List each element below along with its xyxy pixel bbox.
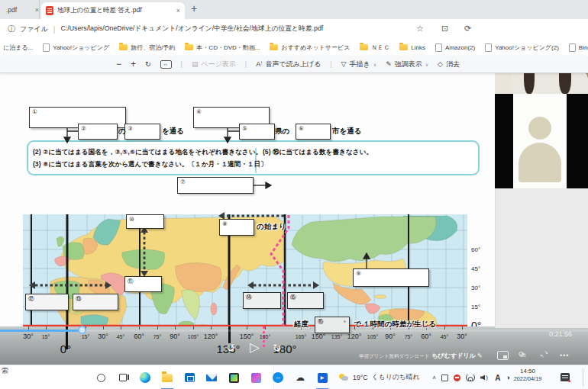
longitude-label: 150°: [312, 333, 326, 340]
mail-icon: [206, 374, 217, 381]
collections-icon[interactable]: ⊡: [441, 24, 448, 34]
taskbar-clock[interactable]: 14:50 2022/04/19: [509, 368, 547, 382]
bookmark-item[interactable]: Yahoo!ショッピング(2): [485, 43, 559, 52]
tray-security-icon[interactable]: [454, 375, 460, 381]
favorite-icon[interactable]: ☆: [416, 24, 424, 34]
bookmark-item[interactable]: Yahoo!ショッピング: [43, 43, 109, 52]
zoom-out-button[interactable]: −: [116, 59, 121, 69]
taskbar-photos[interactable]: [226, 365, 241, 389]
watermark-prefix: 学習プリント無料ダウンロード: [359, 353, 429, 358]
mini-player-icon[interactable]: [497, 351, 509, 360]
longitude-label: 45°: [117, 334, 125, 339]
bookmark-label: おすすめネットサービス: [281, 43, 350, 52]
bookmark-item[interactable]: 旅行、宿泊/予約: [119, 43, 175, 52]
show-desktop-button[interactable]: [583, 368, 583, 387]
zoom-in-button[interactable]: +: [131, 59, 136, 69]
exit-fullscreen-icon[interactable]: ↘↖: [540, 350, 550, 360]
info-icon[interactable]: ⓘ: [8, 24, 15, 34]
bookmark-item[interactable]: Links: [399, 44, 425, 51]
weather-icon: [339, 374, 349, 381]
bookmark-item[interactable]: ＮＥＣ: [360, 43, 389, 52]
tab-title: .pdf: [6, 6, 32, 14]
taskview-icon: [119, 374, 127, 381]
taskbar-movies[interactable]: ▶: [315, 365, 330, 389]
taskbar-cortana[interactable]: [93, 365, 108, 389]
longitude-label: 120°: [347, 333, 362, 340]
taskbar-weather[interactable]: 19°C くもりのち晴れ: [339, 365, 419, 389]
tray-app-icon[interactable]: [441, 375, 448, 381]
longitude-label: 105°: [188, 334, 199, 339]
bookmark-item[interactable]: Amazon(2): [435, 43, 475, 52]
notification-center-icon[interactable]: [561, 373, 570, 381]
player-control-strip: 30°15°15°30°45°60°75°90°105°120°150°165°…: [0, 326, 588, 365]
longitude-label: 120°: [204, 333, 218, 340]
draw-label: 手描き: [350, 59, 370, 69]
taskbar-edge[interactable]: [137, 365, 153, 389]
taskbar-taskview[interactable]: [115, 365, 131, 389]
taskbar-teamviewer[interactable]: ↔: [270, 365, 286, 389]
tab-close-icon[interactable]: ×: [35, 6, 39, 14]
taskbar-explorer[interactable]: [160, 365, 175, 389]
ime-indicator[interactable]: A: [495, 374, 500, 382]
hidden-icons-chevron[interactable]: ∧: [432, 375, 436, 381]
screen: (2) ②に当てはまる国名を，③,⑤,⑥に当てはまる地名をそれぞれ書きなさい。 …: [0, 0, 588, 389]
draw-button[interactable]: ▽手描き∨: [341, 59, 377, 69]
taskbar-paint[interactable]: [248, 365, 263, 389]
tab-inactive[interactable]: .pdf ×: [0, 0, 40, 19]
movies-icon: ▶: [318, 373, 328, 383]
elapsed-time: 0:21:56: [549, 330, 572, 338]
longitude-label: 30°: [98, 333, 108, 340]
tab-close-icon[interactable]: ×: [176, 7, 180, 14]
longitude-label: 60°: [134, 333, 144, 340]
longitude-label: 165°: [260, 334, 270, 339]
longitude-label: 75°: [405, 334, 413, 339]
latitude-label: 60°: [471, 246, 480, 253]
highlight-icon: ✎: [386, 60, 392, 68]
tab-title: 地球上の位置と時差 答え.pdf: [57, 6, 173, 15]
latitude-label: 30°: [471, 285, 480, 291]
new-tab-button[interactable]: +: [191, 2, 197, 14]
erase-button[interactable]: ◇消去: [438, 59, 460, 69]
taskbar-apps: ↔☁▶: [93, 365, 330, 389]
toolbar-separator: |: [181, 60, 183, 68]
bookmark-item[interactable]: Bing: [569, 43, 588, 52]
bookmark-label: Yahoo!ショッピング: [53, 43, 109, 52]
highlight-label: 強調表示: [395, 59, 422, 69]
bookmark-label: ＮＥＣ: [371, 43, 389, 52]
chevron-down-icon[interactable]: ∨: [373, 62, 376, 67]
instruction-box: [27, 140, 480, 175]
seek-progress: [0, 330, 82, 332]
bookmark-item[interactable]: に泊まる...: [3, 43, 33, 52]
longitude-label: 135°: [331, 334, 342, 339]
tab-active[interactable]: 地球上の位置と時差 答え.pdf ×: [41, 2, 185, 19]
bookmark-label: 旅行、宿泊/予約: [131, 43, 175, 52]
address-url[interactable]: C:/Users/lapis/OneDrive/ドキュメント/オンライン/中学生…: [60, 24, 323, 34]
seek-handle[interactable]: [78, 326, 86, 334]
play-button[interactable]: ▷: [250, 339, 260, 355]
rotate-360-icon[interactable]: ⟳360: [519, 350, 525, 358]
sync-icon[interactable]: ⟳: [464, 24, 471, 34]
chevron-down-icon[interactable]: ∨: [425, 62, 428, 67]
bookmark-item[interactable]: おすすめネットサービス: [270, 43, 350, 52]
taskbar-cloud[interactable]: ☁: [292, 365, 308, 389]
teamviewer-icon: ↔: [273, 372, 283, 383]
rotate-button[interactable]: ↻: [145, 60, 151, 68]
latitude-label: 45°: [471, 265, 480, 272]
bookmark-label: Links: [411, 44, 425, 51]
wifi-icon[interactable]: [466, 375, 475, 381]
taskbar-store[interactable]: [182, 365, 197, 389]
address-bar[interactable]: ⓘ ファイル | C:/Users/lapis/OneDrive/ドキュメント/…: [0, 19, 588, 39]
read-aloud-button[interactable]: A⁾音声で読み上げる: [256, 59, 321, 69]
seek-track[interactable]: [0, 330, 588, 332]
watermark: 学習プリント無料ダウンロードちびむすドリル ✎: [359, 352, 483, 360]
highlight-button[interactable]: ✎強調表示∨: [386, 59, 428, 69]
taskbar: 索 ↔☁▶ 19°C くもりのち晴れ ∧ A ◑ 14:50 2022/04/1…: [0, 365, 588, 389]
fit-width-button[interactable]: ↔: [160, 60, 172, 69]
more-options-icon[interactable]: •••: [560, 352, 569, 359]
taskbar-mail[interactable]: [204, 365, 219, 389]
volume-icon[interactable]: [480, 375, 489, 381]
page-view-button[interactable]: ▤ページ表示: [192, 59, 236, 69]
longitude-label: 30°: [23, 333, 34, 340]
clock-time: 14:50: [509, 368, 547, 375]
bookmark-item[interactable]: 本・CD・DVD・動画...: [185, 43, 260, 52]
